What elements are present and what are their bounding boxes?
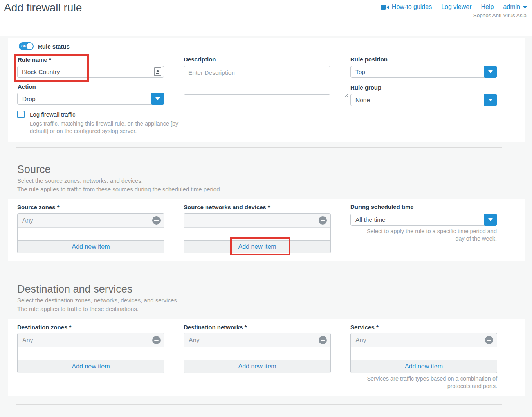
destination-zones-box: Any Add new item (17, 333, 164, 373)
description-textarea[interactable] (184, 66, 330, 95)
source-section-heading: Source (17, 163, 51, 176)
rule-name-label: Rule name * (18, 56, 51, 63)
description-label: Description (184, 56, 216, 63)
item-spacer (351, 347, 497, 360)
account-name: Sophos Anti-Virus Asia (473, 13, 527, 18)
rule-status-toggle[interactable]: ON (19, 42, 34, 50)
source-desc-line1: Select the source zones, networks, and d… (17, 177, 143, 184)
rule-name-input[interactable] (17, 66, 164, 78)
rule-position-label: Rule position (350, 56, 388, 63)
services-box: Any Add new item (350, 333, 497, 373)
schedule-hint-line1: Select to apply the rule to a specific t… (350, 228, 497, 235)
item-spacer (184, 347, 330, 360)
remove-item-icon[interactable] (152, 216, 161, 225)
during-scheduled-time-label: During scheduled time (350, 203, 414, 210)
destination-zones-item: Any (22, 337, 33, 344)
help-link[interactable]: Help (481, 4, 494, 11)
destination-networks-item: Any (189, 337, 200, 344)
services-item: Any (355, 337, 366, 344)
list-item: Any (351, 333, 497, 347)
source-zones-label: Source zones * (17, 204, 60, 210)
rule-name-field-wrap (17, 66, 164, 78)
chevron-down-icon (523, 6, 527, 9)
header: Add firewall rule How-to guides Log view… (0, 0, 532, 36)
log-firewall-traffic-label: Log firewall traffic (30, 111, 75, 118)
remove-item-icon[interactable] (319, 336, 327, 344)
admin-label: admin (503, 4, 520, 11)
admin-menu[interactable]: admin (503, 4, 527, 11)
top-nav: How-to guides Log viewer Help admin (381, 4, 527, 11)
rule-group-value: None (351, 97, 484, 104)
item-spacer (18, 347, 164, 360)
action-value: Drop (18, 95, 151, 102)
video-camera-icon (381, 4, 389, 10)
page: Add firewall rule How-to guides Log view… (0, 0, 532, 417)
toggle-knob (27, 43, 33, 49)
divider (16, 268, 502, 268)
item-spacer (18, 228, 164, 240)
autofill-icon[interactable] (154, 67, 161, 76)
rule-status-label: Rule status (38, 43, 70, 50)
remove-item-icon[interactable] (485, 336, 493, 344)
dropdown-arrow-icon (488, 99, 493, 101)
log-viewer-link[interactable]: Log viewer (441, 4, 471, 11)
action-dropdown-button[interactable] (151, 93, 164, 105)
howto-guides-label: How-to guides (392, 4, 432, 11)
log-viewer-label: Log viewer (441, 4, 471, 11)
schedule-dropdown-button[interactable] (484, 214, 497, 226)
remove-item-icon[interactable] (152, 336, 161, 344)
destination-section-heading: Destination and services (17, 283, 132, 295)
rule-position-dropdown-button[interactable] (484, 66, 497, 78)
services-add-new-item[interactable]: Add new item (351, 360, 497, 373)
rule-group-label: Rule group (350, 84, 381, 91)
log-traffic-hint-line1: Logs traffic, matching this firewall rul… (30, 120, 178, 128)
source-card: Source zones * Any Add new item Source n… (8, 199, 525, 261)
services-label: Services * (350, 324, 379, 331)
page-title: Add firewall rule (4, 2, 82, 14)
divider (16, 147, 502, 148)
destination-networks-add-new-item[interactable]: Add new item (184, 360, 330, 373)
services-hint-line2: protocols and ports. (350, 383, 497, 390)
destination-networks-box: Any Add new item (184, 333, 331, 373)
item-spacer (184, 228, 330, 240)
remove-item-icon[interactable] (319, 216, 327, 225)
toggle-on-label: ON (21, 44, 27, 48)
dropdown-arrow-icon (488, 70, 493, 73)
schedule-value: All the time (351, 216, 484, 223)
destination-desc-line2: The rule applies to traffic to these des… (17, 306, 139, 312)
rule-position-value: Top (351, 68, 484, 75)
destination-desc-line1: Select the destination zones, networks, … (17, 297, 179, 304)
list-item: Any (18, 333, 164, 347)
source-desc-line2: The rule applies to traffic from these s… (17, 186, 222, 192)
schedule-hint-line2: day of the week. (350, 235, 497, 243)
source-zones-box: Any Add new item (17, 213, 164, 253)
log-traffic-hint-line2: default] or on the configured syslog ser… (30, 128, 137, 135)
source-networks-label: Source networks and devices * (184, 204, 270, 210)
rule-group-dropdown-button[interactable] (484, 94, 497, 106)
destination-zones-label: Destination zones * (17, 324, 71, 331)
source-zones-add-new-item[interactable]: Add new item (18, 240, 164, 253)
source-networks-box: Add new item (184, 213, 331, 253)
destination-zones-add-new-item[interactable]: Add new item (18, 360, 164, 373)
list-item: Any (18, 214, 164, 228)
rule-group-select[interactable]: None (350, 94, 497, 106)
destination-card: Destination zones * Any Add new item Des… (8, 319, 525, 396)
action-label: Action (18, 83, 36, 90)
source-zones-item: Any (22, 217, 33, 224)
dropdown-arrow-icon (488, 218, 493, 221)
general-settings-card: ON Rule status Rule name * Action Drop L… (8, 38, 525, 142)
destination-networks-label: Destination networks * (184, 324, 247, 331)
log-firewall-traffic-checkbox[interactable] (17, 111, 25, 118)
help-label: Help (481, 4, 494, 11)
divider (16, 404, 502, 405)
textarea-resize-handle[interactable] (344, 93, 348, 97)
services-hint-line1: Services are traffic types based on a co… (350, 375, 497, 383)
action-select[interactable]: Drop (17, 93, 164, 105)
howto-guides-link[interactable]: How-to guides (381, 4, 432, 11)
dropdown-arrow-icon (155, 97, 160, 100)
list-item: Any (184, 333, 330, 347)
source-networks-add-new-item[interactable]: Add new item (184, 240, 330, 253)
list-item (184, 214, 330, 228)
schedule-select[interactable]: All the time (350, 214, 497, 226)
rule-position-select[interactable]: Top (350, 66, 497, 78)
